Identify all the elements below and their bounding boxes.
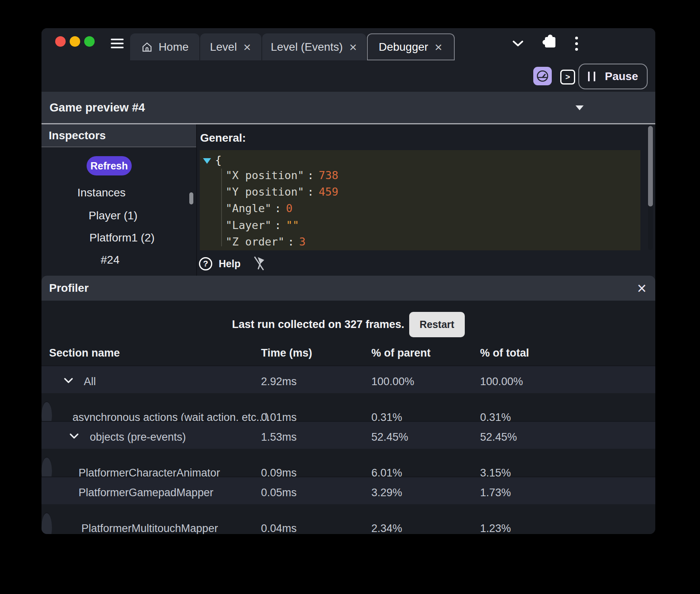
table-row[interactable]: PlatformerGamepadMapper 0.05ms 3.29% 1.7…: [41, 476, 655, 504]
chevron-down-icon[interactable]: [69, 433, 79, 439]
tree-item-24[interactable]: #24: [101, 254, 120, 266]
profiler-status-row: Last run collected on 327 frames. Restar…: [41, 311, 655, 338]
profiler-table-body: All 2.92ms 100.00% 100.00% asynchronous …: [41, 365, 655, 534]
json-indent-guide: [221, 169, 222, 246]
chevron-down-icon[interactable]: [512, 39, 524, 47]
general-scrollbar-thumb[interactable]: [648, 126, 653, 206]
table-row[interactable]: objects (pre-events) 1.53ms 52.45% 52.45…: [41, 421, 655, 449]
profiler-panel: Profiler × Last run collected on 327 fra…: [41, 276, 655, 534]
gauge-icon: [536, 69, 549, 83]
home-icon: [141, 41, 153, 53]
close-profiler-icon[interactable]: ×: [637, 280, 646, 296]
profiler-header: Profiler ×: [41, 276, 655, 301]
pause-label: Pause: [605, 70, 638, 83]
json-open-brace: {: [215, 154, 222, 166]
tab-home[interactable]: Home: [130, 33, 199, 60]
inspectors-title: Inspectors: [49, 129, 106, 142]
console-button[interactable]: >: [560, 70, 575, 85]
chevron-down-icon[interactable]: [64, 377, 73, 384]
tab-label: Level (Events): [271, 41, 343, 54]
profiler-title: Profiler: [49, 282, 89, 295]
tree-item-player[interactable]: Player (1): [89, 209, 137, 222]
profiler-table-header: Section name Time (ms) % of parent % of …: [41, 340, 655, 365]
inspectors-scrollbar-thumb[interactable]: [189, 192, 193, 204]
table-row[interactable]: PlatformerMultitouchMapper 0.04ms 2.34% …: [41, 512, 52, 534]
tab-level[interactable]: Level ×: [200, 33, 261, 60]
json-entry[interactable]: "Z order" : 3: [200, 233, 640, 250]
general-title: General:: [200, 132, 246, 144]
tab-level-events[interactable]: Level (Events) ×: [262, 33, 366, 60]
maximize-window-button[interactable]: [84, 36, 95, 47]
tab-label: Debugger: [379, 41, 428, 54]
col-section-name: Section name: [49, 347, 120, 359]
help-row: ? Help: [199, 255, 266, 272]
debugger-toolbar: > Pause: [41, 60, 655, 92]
kebab-menu-icon[interactable]: [575, 37, 578, 51]
help-label[interactable]: Help: [219, 258, 240, 270]
json-collapse-triangle-icon[interactable]: [203, 158, 211, 164]
game-preview-title: Game preview #4: [50, 101, 145, 114]
close-tab-icon[interactable]: ×: [434, 41, 443, 54]
console-prompt-icon: >: [565, 72, 570, 82]
inspectors-panel: Inspectors Refresh Instances Player (1) …: [41, 124, 197, 276]
profiler-status-text: Last run collected on 327 frames.: [232, 318, 404, 331]
restart-button[interactable]: Restart: [409, 312, 465, 337]
pause-button[interactable]: Pause: [578, 64, 648, 89]
tree-item-platform1[interactable]: Platform1 (2): [89, 231, 155, 244]
tab-label: Level: [210, 41, 237, 54]
hamburger-menu-icon[interactable]: [111, 39, 124, 49]
inspectors-header: Inspectors: [41, 124, 196, 147]
table-row[interactable]: All 2.92ms 100.00% 100.00%: [41, 365, 655, 393]
tree-item-instances[interactable]: Instances: [77, 186, 126, 199]
json-entry[interactable]: "Layer" : "": [200, 217, 640, 233]
help-question-icon[interactable]: ?: [199, 257, 212, 270]
json-entry[interactable]: "Y position" : 459: [200, 184, 640, 200]
json-entry[interactable]: "X position" : 738: [200, 167, 640, 183]
minimize-window-button[interactable]: [70, 36, 80, 47]
game-preview-header[interactable]: Game preview #4: [41, 92, 655, 124]
close-tab-icon[interactable]: ×: [242, 41, 252, 54]
profiler-toggle-button[interactable]: [533, 67, 552, 85]
titlebar: Home Level × Level (Events) × Debugger ×: [41, 28, 655, 60]
tab-debugger[interactable]: Debugger ×: [367, 33, 455, 60]
col-time: Time (ms): [261, 347, 312, 359]
pin-off-icon[interactable]: [253, 255, 266, 272]
debugger-content: Inspectors Refresh Instances Player (1) …: [41, 124, 655, 276]
close-tab-icon[interactable]: ×: [348, 41, 358, 54]
tab-label: Home: [159, 41, 189, 54]
close-window-button[interactable]: [55, 36, 66, 47]
col-pct-parent: % of parent: [371, 347, 431, 359]
col-pct-total: % of total: [480, 347, 529, 359]
general-scrollbar-track[interactable]: [648, 126, 653, 250]
refresh-button[interactable]: Refresh: [87, 156, 132, 175]
general-panel: General: { "X position" : 738 "Y positio…: [198, 124, 655, 276]
json-entry[interactable]: "Angle" : 0: [200, 200, 640, 217]
debugger-window: Home Level × Level (Events) × Debugger ×: [41, 28, 655, 534]
json-inspector: { "X position" : 738 "Y position" : 459 …: [200, 150, 640, 250]
pause-icon: [588, 72, 595, 81]
dropdown-triangle-icon[interactable]: [576, 105, 584, 110]
